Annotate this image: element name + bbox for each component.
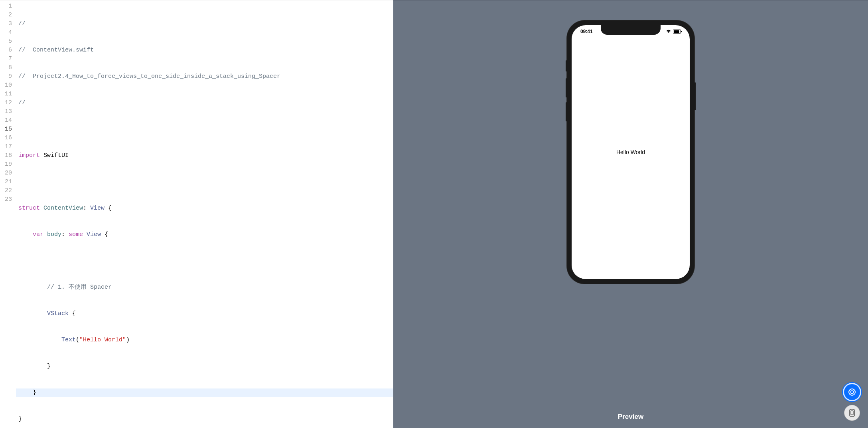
line-number: 10 [0,81,12,90]
line-number: 5 [0,37,12,46]
line-number: 17 [0,143,12,151]
line-number-current: 15 [0,125,12,134]
preview-on-device-button[interactable] [844,405,860,421]
screen-content: Hello World [572,25,690,279]
code-var: body [47,231,61,238]
line-number: 14 [0,116,12,125]
svg-rect-1 [851,391,853,393]
code-comment: // [18,99,26,106]
line-number: 18 [0,151,12,160]
code-comment: // 1. 不使用 Spacer [47,284,112,291]
line-number: 9 [0,72,12,81]
code-text-area[interactable]: // // ContentView.swift // Project2.4_Ho… [16,0,393,428]
code-keyword: struct [18,205,40,212]
preview-controls [844,384,860,421]
phone-volume-up [566,78,567,97]
code-comment: // [18,73,33,80]
phone-screen[interactable]: 09:41 Hello World [572,25,690,279]
line-number: 8 [0,63,12,72]
line-number: 3 [0,20,12,28]
svg-point-0 [849,389,855,395]
line-number: 13 [0,107,12,116]
preview-pane: 09:41 Hello World Preview [393,0,868,428]
phone-power-button [694,82,696,110]
line-number: 4 [0,28,12,37]
line-number: 12 [0,99,12,107]
code-comment: // [18,47,33,54]
phone-volume-down [566,102,567,121]
live-preview-button[interactable] [844,384,860,400]
line-number: 22 [0,186,12,195]
line-number: 1 [0,2,12,11]
code-module: SwiftUI [43,152,69,159]
line-gutter: 1 2 3 4 5 6 7 8 9 10 11 12 13 14 15 16 1… [0,0,16,428]
code-project: Project2.4_How_to_force_views_to_one_sid… [33,73,280,80]
device-icon [848,408,856,417]
line-number: 19 [0,160,12,169]
line-number: 2 [0,11,12,20]
svg-rect-2 [850,409,854,416]
phone-notch [601,25,661,35]
svg-rect-3 [851,411,853,415]
line-number: 21 [0,178,12,186]
phone-mute-switch [566,60,567,71]
code-string: "Hello World" [79,337,126,343]
code-filename: ContentView.swift [33,47,94,54]
code-type: Text [61,337,76,343]
preview-label: Preview [618,413,643,421]
line-number: 11 [0,90,12,99]
code-comment: // [18,20,26,27]
code-editor-pane: 1 2 3 4 5 6 7 8 9 10 11 12 13 14 15 16 1… [0,0,393,428]
hello-world-text: Hello World [616,149,645,155]
code-type: VStack [47,310,69,317]
target-icon [848,388,856,396]
line-number: 7 [0,55,12,63]
code-protocol: View [90,205,105,212]
code-keyword: some [69,231,83,238]
code-keyword: import [18,152,40,159]
line-number: 23 [0,195,12,204]
line-number: 16 [0,134,12,143]
line-number: 6 [0,46,12,55]
code-type: ContentView [43,205,83,212]
code-type: View [87,231,101,238]
phone-frame: 09:41 Hello World [567,20,694,284]
code-keyword: var [33,231,43,238]
line-number: 20 [0,169,12,178]
